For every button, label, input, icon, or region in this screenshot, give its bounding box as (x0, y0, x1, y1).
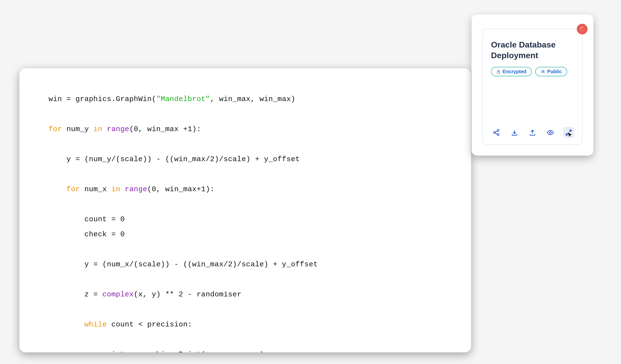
svg-point-11 (497, 130, 499, 132)
card-title: Oracle Database Deployment (491, 39, 574, 61)
expand-icon[interactable] (563, 127, 574, 138)
deployment-card-inner: Oracle Database Deployment Encrypted (482, 29, 583, 145)
share-icon[interactable] (491, 127, 502, 138)
tag-label: Public (547, 69, 562, 74)
download-icon[interactable] (509, 127, 520, 138)
code-window: win = graphics.GraphWin("Mandelbrot", wi… (19, 68, 471, 352)
code-block: win = graphics.GraphWin("Mandelbrot", wi… (49, 92, 449, 352)
svg-point-10 (543, 71, 544, 71)
svg-line-7 (583, 27, 584, 28)
upload-icon[interactable] (527, 127, 538, 138)
tag-public[interactable]: Public (535, 67, 567, 76)
svg-line-15 (495, 133, 498, 134)
users-icon (540, 70, 545, 74)
svg-line-6 (581, 30, 581, 31)
svg-line-2 (581, 27, 581, 28)
svg-point-9 (542, 71, 543, 72)
svg-point-18 (550, 132, 552, 134)
lock-icon (496, 70, 501, 74)
svg-rect-8 (497, 71, 500, 73)
tag-row: Encrypted Public (491, 67, 574, 76)
eye-icon[interactable] (545, 127, 556, 138)
deployment-card[interactable]: Oracle Database Deployment Encrypted (472, 15, 593, 156)
svg-line-3 (583, 30, 584, 31)
tag-encrypted[interactable]: Encrypted (491, 67, 532, 76)
svg-point-13 (497, 134, 499, 136)
svg-line-14 (495, 131, 498, 132)
card-action-row (491, 127, 574, 138)
loading-icon (577, 24, 587, 34)
svg-point-12 (494, 132, 496, 134)
tag-label: Encrypted (503, 69, 526, 74)
